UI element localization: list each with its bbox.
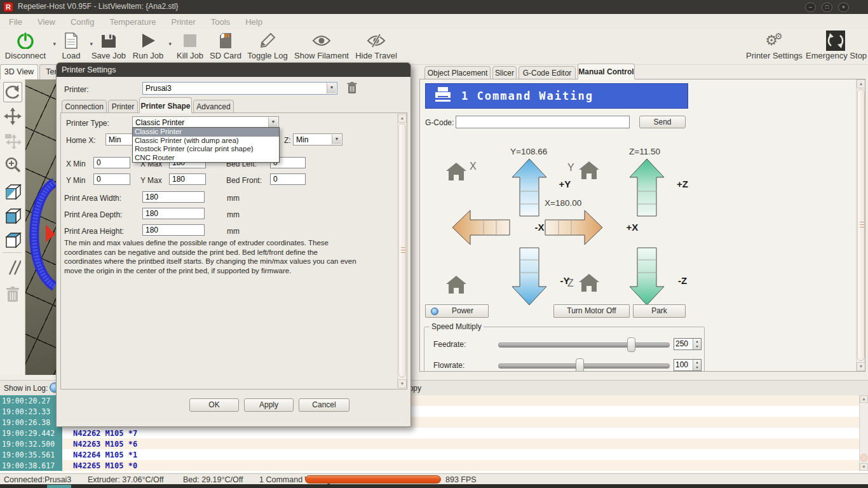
jog-minus-z-button[interactable]: -Z bbox=[629, 247, 665, 306]
menu-printer[interactable]: Printer bbox=[171, 17, 195, 27]
jog-minus-y-button[interactable]: -Y bbox=[512, 247, 547, 306]
printer-settings-button[interactable]: ⚙⚙ Printer Settings bbox=[746, 30, 802, 64]
home-x-button[interactable] bbox=[445, 162, 467, 184]
park-button[interactable]: Park bbox=[633, 304, 686, 318]
emergency-stop-button[interactable]: Emergency Stop bbox=[806, 30, 865, 64]
manual-panel-scrollbar[interactable]: ▲ ▼ bbox=[856, 79, 865, 371]
dialog-tab-printer-shape[interactable]: Printer Shape bbox=[139, 97, 192, 113]
save-job-button[interactable]: Save Job bbox=[90, 30, 127, 64]
tab-slicer[interactable]: Slicer bbox=[492, 66, 517, 79]
progress-bar bbox=[305, 475, 441, 484]
move-object-button[interactable] bbox=[3, 130, 22, 151]
spinner-arrows-icon[interactable]: ▲▼ bbox=[693, 339, 701, 349]
send-button[interactable]: Send bbox=[639, 116, 686, 128]
rotate-view-button[interactable] bbox=[3, 82, 22, 102]
print-area-width-input[interactable] bbox=[142, 191, 205, 203]
dialog-tab-connection[interactable]: Connection bbox=[62, 100, 107, 113]
move-view-button[interactable] bbox=[3, 106, 22, 126]
menu-config[interactable]: Config bbox=[71, 17, 95, 27]
tab-manual-control[interactable]: Manual Control bbox=[578, 64, 635, 79]
zoom-button[interactable] bbox=[3, 154, 22, 175]
run-job-button[interactable]: Run Job ▾ bbox=[131, 30, 165, 64]
show-filament-button[interactable]: Show Filament bbox=[294, 30, 349, 64]
power-button[interactable]: Power bbox=[425, 304, 489, 318]
disconnect-button[interactable]: Disconnect ▾ bbox=[1, 30, 50, 64]
print-area-height-input[interactable] bbox=[142, 224, 205, 236]
scroll-up-icon[interactable]: ▲ bbox=[860, 395, 868, 403]
menu-help[interactable]: Help bbox=[245, 17, 262, 27]
y-min-input[interactable] bbox=[93, 173, 130, 185]
load-button[interactable]: Load ▾ bbox=[57, 30, 85, 64]
dialog-scrollbar[interactable]: ▲ ▼ bbox=[397, 114, 407, 388]
menu-file[interactable]: File bbox=[9, 17, 22, 27]
feedrate-slider[interactable] bbox=[498, 342, 670, 348]
dropdown-option[interactable]: Classic Printer (with dump area) bbox=[133, 137, 279, 146]
jog-minus-x-button[interactable]: -X bbox=[452, 210, 510, 245]
scroll-down-icon[interactable]: ▼ bbox=[398, 379, 407, 388]
dialog-title-bar[interactable]: Printer Settings bbox=[57, 63, 410, 77]
spinner-arrows-icon[interactable]: ▲▼ bbox=[693, 360, 701, 370]
run-job-dropdown-arrow[interactable]: ▾ bbox=[168, 41, 172, 47]
dropdown-option[interactable]: CNC Router bbox=[133, 154, 279, 163]
gcode-input[interactable] bbox=[456, 116, 630, 128]
3d-viewport[interactable] bbox=[25, 79, 56, 375]
close-button[interactable]: × bbox=[838, 3, 849, 12]
disconnect-dropdown-arrow[interactable]: ▾ bbox=[53, 41, 56, 47]
printer-select[interactable]: Prusai3 ▾ bbox=[142, 82, 337, 95]
apply-button[interactable]: Apply bbox=[244, 398, 294, 412]
dialog-tab-advanced[interactable]: Advanced bbox=[193, 100, 234, 113]
dropdown-option[interactable]: Classic Printer bbox=[133, 128, 279, 137]
kill-job-button[interactable]: Kill Job bbox=[174, 30, 206, 64]
delete-object-button[interactable] bbox=[3, 284, 22, 304]
cancel-button[interactable]: Cancel bbox=[299, 398, 349, 412]
turn-motor-off-button[interactable]: Turn Motor Off bbox=[553, 304, 630, 318]
scroll-up-icon[interactable]: ▲ bbox=[857, 79, 865, 88]
menu-tools[interactable]: Tools bbox=[211, 17, 230, 27]
chevron-down-icon[interactable]: ▾ bbox=[327, 83, 336, 93]
dropdown-option[interactable]: Rostock Printer (circular print shape) bbox=[133, 145, 279, 154]
tab-gcode-editor[interactable]: G-Code Editor bbox=[519, 66, 576, 79]
home-z-select[interactable]: Min ▾ bbox=[293, 133, 342, 146]
ok-button[interactable]: OK bbox=[189, 398, 239, 412]
log-scrollbar[interactable]: ▲ ▼ bbox=[859, 395, 868, 471]
toggle-log-button[interactable]: Toggle Log bbox=[245, 30, 290, 64]
chevron-down-icon[interactable]: ▾ bbox=[332, 135, 341, 144]
scroll-up-icon[interactable]: ▲ bbox=[398, 114, 407, 123]
scroll-down-icon[interactable]: ▼ bbox=[860, 463, 868, 471]
x-min-input[interactable] bbox=[93, 157, 130, 168]
parallel-projection-button[interactable] bbox=[3, 257, 22, 278]
jog-plus-x-button[interactable]: +X bbox=[545, 210, 603, 245]
minimize-button[interactable]: – bbox=[805, 3, 816, 12]
flowrate-value[interactable] bbox=[675, 360, 693, 369]
hide-travel-button[interactable]: Hide Travel bbox=[353, 30, 399, 64]
print-area-depth-input[interactable] bbox=[142, 208, 205, 219]
scroll-down-icon[interactable]: ▼ bbox=[857, 362, 865, 371]
isometric-view-button[interactable] bbox=[3, 181, 22, 201]
feedrate-spinner[interactable]: ▲▼ bbox=[674, 338, 702, 350]
bed-front-input[interactable] bbox=[270, 173, 306, 185]
tab-object-placement[interactable]: Object Placement bbox=[424, 66, 491, 79]
chevron-down-icon[interactable]: ▾ bbox=[268, 118, 278, 127]
delete-printer-button[interactable] bbox=[346, 81, 358, 97]
top-view-button[interactable] bbox=[3, 229, 22, 250]
menu-temperature[interactable]: Temperature bbox=[109, 17, 156, 27]
front-view-button[interactable] bbox=[3, 205, 22, 226]
feedrate-value[interactable] bbox=[675, 339, 693, 348]
jog-plus-y-button[interactable]: +Y bbox=[512, 158, 547, 217]
sd-card-button[interactable]: SD Card bbox=[210, 30, 241, 64]
mm-unit: mm bbox=[227, 194, 240, 203]
flowrate-spinner[interactable]: ▲▼ bbox=[674, 359, 702, 371]
dialog-tab-printer[interactable]: Printer bbox=[108, 100, 138, 113]
y-max-input[interactable] bbox=[169, 173, 206, 185]
maximize-button[interactable]: □ bbox=[822, 3, 832, 12]
menu-view[interactable]: View bbox=[37, 17, 55, 27]
jog-plus-z-button[interactable]: +Z bbox=[629, 158, 665, 217]
scrollbar-thumb[interactable] bbox=[857, 89, 865, 361]
flowrate-slider-handle[interactable] bbox=[576, 358, 584, 372]
flowrate-slider[interactable] bbox=[498, 363, 670, 369]
home-all-button[interactable] bbox=[445, 275, 467, 297]
scrollbar-thumb[interactable] bbox=[398, 123, 406, 377]
feedrate-slider-handle[interactable] bbox=[627, 337, 635, 352]
scrollbar-thumb[interactable] bbox=[860, 454, 867, 462]
tab-3d-view[interactable]: 3D View bbox=[0, 64, 38, 79]
